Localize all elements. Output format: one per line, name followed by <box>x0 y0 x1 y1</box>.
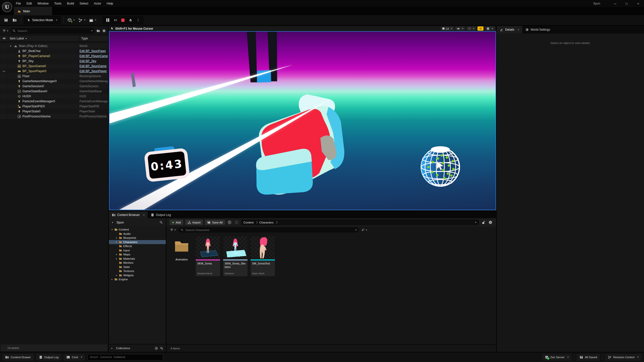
cmd-dropdown[interactable]: Cmd <box>64 354 85 361</box>
outliner-row[interactable]: BP_SpunGame0 Edit BP_SpunGame <box>0 64 108 69</box>
camera-speed-dropdown[interactable] <box>466 26 476 31</box>
visibility-cell[interactable] <box>0 74 8 79</box>
type-column-header[interactable]: Type <box>79 35 108 41</box>
menu-edit[interactable]: Edit <box>24 0 35 7</box>
add-button[interactable]: +Add <box>170 219 183 225</box>
expand-arrow[interactable]: ▸ <box>111 347 114 349</box>
sort-view-options-button[interactable] <box>361 227 368 233</box>
visibility-cell[interactable] <box>0 49 8 54</box>
viewport-settings-dropdown[interactable] <box>485 26 495 31</box>
browse-content-button[interactable] <box>11 16 18 24</box>
outliner-row[interactable]: GameSession0 GameSession <box>0 84 108 89</box>
save-all-button[interactable]: Save All <box>205 219 225 225</box>
visibility-cell[interactable] <box>0 99 8 104</box>
breadcrumb-content[interactable]: Content <box>244 221 254 224</box>
visibility-cell[interactable] <box>0 54 8 59</box>
visibility-cell[interactable] <box>0 43 8 49</box>
breadcrumb[interactable]: Content Characters <box>241 219 479 225</box>
visibility-cell[interactable] <box>0 104 8 109</box>
visibility-cell[interactable] <box>0 94 8 99</box>
edit-blueprint-link[interactable]: Edit BP_PlayerCamera <box>79 54 108 58</box>
maximize-button[interactable]: □ <box>621 0 632 7</box>
outliner-row[interactable]: PlayerStartPIE0 PlayerStartPIE <box>0 104 108 109</box>
tab-content-browser[interactable]: Content Browser × <box>109 211 148 218</box>
close-button[interactable]: × <box>632 0 644 7</box>
tree-item-materials[interactable]: ▸Materials <box>109 257 166 261</box>
outliner-row[interactable]: BP_Sky Edit BP_Sky <box>0 59 108 64</box>
tree-item-maps[interactable]: ▸Maps <box>109 252 166 257</box>
tree-item-audio[interactable]: Audio <box>109 232 166 236</box>
item-label-column-header[interactable]: Item Label▲ <box>8 37 79 40</box>
content-browser-settings-button[interactable] <box>488 220 493 225</box>
tab-main-level[interactable]: Main <box>14 7 52 15</box>
tree-item-characters[interactable]: ▸Characters <box>109 240 166 244</box>
output-log-button[interactable]: Output Log <box>36 354 61 361</box>
tree-item-input[interactable]: Input <box>109 248 166 253</box>
tree-item-effects[interactable]: Effects <box>109 244 166 248</box>
menu-file[interactable]: File <box>13 0 24 7</box>
menu-select[interactable]: Select <box>77 0 91 7</box>
outliner-row[interactable]: PlayerState0 PlayerState <box>0 109 108 114</box>
expand-arrow[interactable]: ▾ <box>10 45 13 47</box>
close-tab-icon[interactable]: × <box>518 28 519 31</box>
search-icon[interactable] <box>159 221 163 224</box>
lock-button[interactable] <box>481 220 486 225</box>
edit-blueprint-link[interactable]: Edit BP_Sky <box>79 59 108 63</box>
visibility-cell[interactable] <box>0 84 8 89</box>
zen-server-dropdown[interactable]: Zen Server <box>542 354 572 361</box>
outliner-row[interactable]: BP_SpunPlayer0 Edit BP_SpunPlayer <box>0 69 108 74</box>
outliner-row[interactable]: PostProcessVolume PostProcessVolume <box>0 114 108 119</box>
console-command-input[interactable] <box>88 354 163 360</box>
visibility-cell[interactable] <box>0 109 8 114</box>
back-button[interactable] <box>227 220 232 225</box>
asset-card-skm-sonia-skeleton[interactable]: SKM_Sonia_Skeleton Skeleton <box>223 236 248 276</box>
tree-item-engine[interactable]: ▸Engine <box>109 277 166 282</box>
visibility-column-header[interactable] <box>0 35 8 41</box>
add-actor-dropdown[interactable] <box>66 16 76 24</box>
hidden-eye-icon[interactable] <box>0 69 8 74</box>
outliner-search-input[interactable] <box>17 29 89 33</box>
menu-build[interactable]: Build <box>64 0 77 7</box>
close-tab-icon[interactable]: × <box>143 213 144 216</box>
new-folder-button[interactable] <box>96 28 100 34</box>
revision-control-dropdown[interactable]: Revision Control <box>605 354 641 361</box>
view-mode-dropdown[interactable]: Lit <box>441 26 454 31</box>
outliner-row[interactable]: ParticleEventManager0 ParticleEventManag… <box>0 99 108 104</box>
breadcrumb-characters[interactable]: Characters <box>259 221 273 224</box>
import-button[interactable]: Import <box>185 219 203 225</box>
cinematics-dropdown[interactable] <box>88 16 97 24</box>
outliner-row-world[interactable]: ▾Main (Play In Editor) World <box>0 43 108 49</box>
tree-item-meshes[interactable]: Meshes <box>109 261 166 265</box>
screen-percentage-button[interactable] <box>477 26 484 31</box>
menu-actor[interactable]: Actor <box>91 0 104 7</box>
tab-world-settings[interactable]: World Settings <box>522 26 553 33</box>
visibility-cell[interactable] <box>0 59 8 64</box>
menu-help[interactable]: Help <box>104 0 116 7</box>
outliner-row[interactable]: GameStateBase0 GameStateBase <box>0 89 108 94</box>
asset-search-input[interactable] <box>185 228 353 232</box>
blueprints-dropdown[interactable] <box>77 16 87 24</box>
tab-details[interactable]: Details × <box>497 26 522 33</box>
outliner-row[interactable]: BP_PlayerCamera0 Edit BP_PlayerCamera <box>0 54 108 59</box>
visibility-cell[interactable] <box>0 64 8 69</box>
pause-button[interactable] <box>105 17 110 23</box>
game-viewport[interactable]: 0:43 <box>109 31 496 210</box>
playback-options-kebab[interactable] <box>136 17 141 23</box>
eject-button[interactable] <box>128 17 133 23</box>
show-flags-dropdown[interactable] <box>455 26 465 31</box>
outliner-row[interactable]: GameNetworkManager0 GameNetworkManager <box>0 79 108 84</box>
outliner-row[interactable]: Floor BlockingVolume <box>0 74 108 79</box>
tree-item-content[interactable]: ▾Content <box>109 228 166 232</box>
visibility-cell[interactable] <box>0 114 8 119</box>
forward-button[interactable] <box>234 220 239 225</box>
search-icon[interactable] <box>160 347 163 350</box>
add-collection-icon[interactable] <box>155 347 158 350</box>
visibility-cell[interactable] <box>0 89 8 94</box>
menu-window[interactable]: Window <box>35 0 51 7</box>
outliner-row[interactable]: HUD0 HUD <box>0 94 108 99</box>
tree-item-widgets[interactable]: ▸Widgets <box>109 273 166 278</box>
edit-blueprint-link[interactable]: Edit BP_SpunPlayer <box>79 69 108 73</box>
edit-blueprint-link[interactable]: Edit BP_SpunGame <box>79 64 108 68</box>
path-history-chevron[interactable] <box>475 222 476 223</box>
outliner-row[interactable]: BP_BedChar Edit BP_SpunPawn <box>0 49 108 54</box>
